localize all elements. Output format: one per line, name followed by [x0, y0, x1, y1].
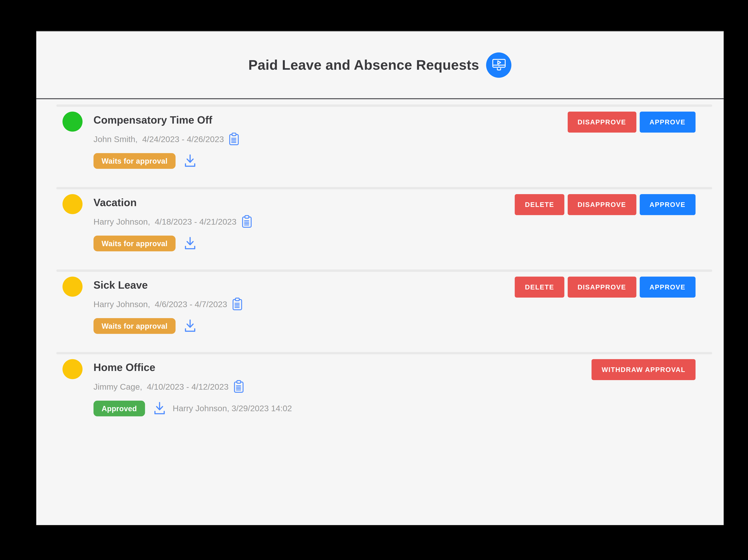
requests-panel: Paid Leave and Absence Requests Compensa…	[36, 31, 724, 525]
status-badge: Waits for approval	[94, 318, 176, 334]
status-dot	[63, 194, 83, 214]
request-subtitle: John Smith, 4/24/2023 - 4/26/2023	[94, 133, 239, 145]
row-divider	[56, 352, 712, 354]
subtitle-separator: ,	[148, 298, 155, 310]
page-title: Paid Leave and Absence Requests	[248, 57, 479, 73]
page-header: Paid Leave and Absence Requests	[36, 31, 724, 99]
request-status: Waits for approval	[94, 153, 239, 169]
clipboard-icon[interactable]	[242, 215, 252, 228]
request-row: Home Office Jimmy Cage, 4/10/2023 - 4/12…	[56, 352, 712, 435]
approve-button[interactable]: APPROVE	[639, 112, 696, 133]
delete-button[interactable]: DELETE	[515, 194, 564, 215]
row-divider	[56, 104, 712, 107]
request-info: Sick Leave Harry Johnson, 4/6/2023 - 4/7…	[94, 272, 242, 334]
disapprove-button[interactable]: DISAPPROVE	[567, 277, 636, 298]
clipboard-icon[interactable]	[232, 298, 242, 310]
download-icon[interactable]	[184, 236, 196, 251]
request-type: Sick Leave	[94, 278, 242, 292]
date-range: 4/10/2023 - 4/12/2023	[147, 381, 229, 392]
row-divider	[56, 270, 712, 272]
disapprove-button[interactable]: DISAPPROVE	[567, 194, 636, 215]
video-tutorial-button[interactable]	[486, 52, 512, 77]
request-status: Waits for approval	[94, 236, 252, 251]
download-icon[interactable]	[184, 319, 196, 333]
row-actions: DELETEDISAPPROVEAPPROVE	[515, 277, 696, 298]
requests-list: Compensatory Time Off John Smith, 4/24/2…	[56, 104, 712, 435]
delete-button[interactable]: DELETE	[515, 277, 564, 298]
approve-button[interactable]: APPROVE	[639, 277, 696, 298]
row-divider	[56, 187, 712, 189]
disapprove-button[interactable]: DISAPPROVE	[567, 112, 636, 133]
screen: Paid Leave and Absence Requests Compensa…	[0, 0, 748, 560]
request-subtitle: Harry Johnson, 4/6/2023 - 4/7/2023	[94, 298, 242, 310]
subtitle-separator: ,	[140, 381, 147, 392]
request-row: Compensatory Time Off John Smith, 4/24/2…	[56, 104, 712, 187]
row-actions: DELETEDISAPPROVEAPPROVE	[515, 194, 696, 215]
request-type: Home Office	[94, 360, 292, 374]
request-status: Waits for approval	[94, 318, 242, 334]
row-actions: WITHDRAW APPROVAL	[592, 359, 696, 380]
request-subtitle: Harry Johnson, 4/18/2023 - 4/21/2023	[94, 215, 252, 228]
status-badge: Approved	[94, 401, 145, 416]
request-type: Compensatory Time Off	[94, 113, 239, 127]
date-range: 4/24/2023 - 4/26/2023	[142, 133, 224, 145]
request-info: Vacation Harry Johnson, 4/18/2023 - 4/21…	[94, 189, 252, 251]
status-dot	[63, 277, 83, 297]
requester-name: John Smith	[94, 133, 135, 145]
download-icon[interactable]	[153, 401, 166, 416]
date-range: 4/6/2023 - 4/7/2023	[155, 298, 227, 310]
subtitle-separator: ,	[135, 133, 142, 145]
status-dot	[63, 359, 83, 379]
request-info: Home Office Jimmy Cage, 4/10/2023 - 4/12…	[94, 354, 292, 416]
clipboard-icon[interactable]	[234, 380, 244, 393]
requester-name: Jimmy Cage	[94, 381, 140, 392]
download-icon[interactable]	[184, 154, 196, 168]
subtitle-separator: ,	[148, 216, 155, 227]
status-dot	[63, 112, 83, 132]
row-actions: DISAPPROVEAPPROVE	[567, 112, 695, 133]
request-status: Approved Harry Johnson, 3/29/2023 14:02	[94, 401, 292, 416]
approval-info: Harry Johnson, 3/29/2023 14:02	[172, 403, 292, 414]
request-type: Vacation	[94, 195, 252, 209]
withdraw-approval-button[interactable]: WITHDRAW APPROVAL	[592, 359, 696, 380]
status-badge: Waits for approval	[94, 153, 176, 169]
requester-name: Harry Johnson	[94, 216, 148, 227]
request-row: Sick Leave Harry Johnson, 4/6/2023 - 4/7…	[56, 270, 712, 352]
requester-name: Harry Johnson	[94, 298, 148, 310]
video-tutorial-icon	[491, 57, 507, 73]
request-info: Compensatory Time Off John Smith, 4/24/2…	[94, 107, 239, 169]
status-badge: Waits for approval	[94, 236, 176, 251]
clipboard-icon[interactable]	[229, 133, 239, 145]
request-row: Vacation Harry Johnson, 4/18/2023 - 4/21…	[56, 187, 712, 270]
request-subtitle: Jimmy Cage, 4/10/2023 - 4/12/2023	[94, 380, 292, 393]
approve-button[interactable]: APPROVE	[639, 194, 696, 215]
date-range: 4/18/2023 - 4/21/2023	[155, 216, 236, 227]
